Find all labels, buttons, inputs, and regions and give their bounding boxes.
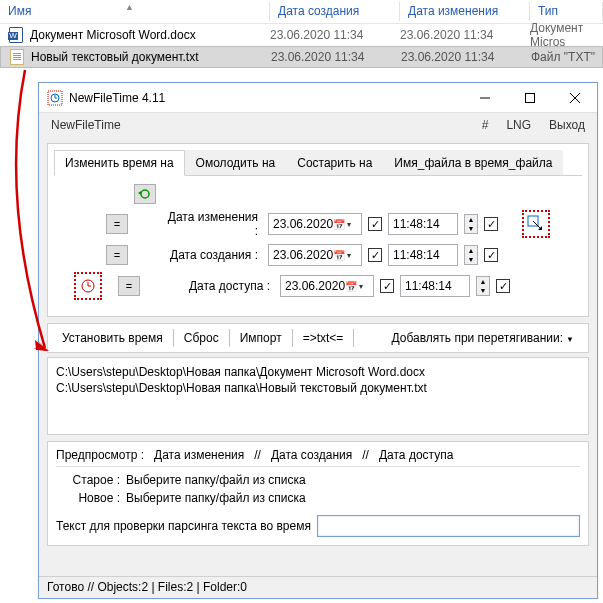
label-modified: Дата изменения : <box>162 210 262 238</box>
column-name[interactable]: Имя▲ <box>0 0 270 23</box>
refresh-button[interactable] <box>134 184 156 204</box>
time-created-input[interactable]: 11:48:14 <box>388 244 458 266</box>
status-bar: Готово // Objects:2 | Files:2 | Folder:0 <box>39 576 597 598</box>
time-modified-checkbox[interactable] <box>484 217 498 231</box>
menubar: NewFileTime # LNG Выход <box>39 113 597 137</box>
file-row[interactable]: Новый текстовый документ.txt 23.06.2020 … <box>0 46 603 68</box>
preview-col-created: Дата создания <box>271 448 352 462</box>
file-modified: 23.06.2020 11:34 <box>400 28 530 42</box>
time-accessed-input[interactable]: 11:48:14 <box>400 275 470 297</box>
menu-lng[interactable]: LNG <box>502 116 535 134</box>
time-accessed-checkbox[interactable] <box>496 279 510 293</box>
date-created-checkbox[interactable] <box>368 248 382 262</box>
parse-input[interactable] <box>317 515 580 537</box>
calendar-icon[interactable]: 📅 <box>345 281 359 292</box>
sort-arrow-icon: ▲ <box>125 2 134 12</box>
equal-button-modified[interactable]: = <box>106 214 128 234</box>
minimize-button[interactable] <box>462 83 507 113</box>
time-value: 11:48:14 <box>393 217 453 231</box>
column-name-label: Имя <box>8 4 31 18</box>
preview-col-accessed: Дата доступа <box>379 448 453 462</box>
menu-hash[interactable]: # <box>478 116 493 134</box>
label-accessed: Дата доступа : <box>174 279 274 293</box>
close-button[interactable] <box>552 83 597 113</box>
preview-header: Предпросмотр : Дата изменения // Дата со… <box>56 448 580 467</box>
file-list[interactable]: C:\Users\stepu\Desktop\Новая папка\Докум… <box>47 357 589 435</box>
dropdown-icon[interactable]: ▾ <box>359 282 369 291</box>
equal-button-created[interactable]: = <box>106 245 128 265</box>
titlebar[interactable]: NewFileTime 4.11 <box>39 83 597 113</box>
file-name: Документ Microsoft Word.docx <box>30 28 270 42</box>
import-button[interactable]: Импорт <box>232 328 290 348</box>
explorer-header: Имя▲ Дата создания Дата изменения Тип <box>0 0 603 24</box>
svg-point-9 <box>141 190 149 198</box>
time-modified-spinner[interactable]: ▲▼ <box>464 214 478 234</box>
time-created-spinner[interactable]: ▲▼ <box>464 245 478 265</box>
tab-content: = Дата изменения : 23.06.2020📅▾ 11:48:14… <box>54 176 582 310</box>
equal-button-accessed[interactable]: = <box>118 276 140 296</box>
maximize-button[interactable] <box>507 83 552 113</box>
file-type: Файл "TXT" <box>531 50 602 64</box>
file-modified: 23.06.2020 11:34 <box>401 50 531 64</box>
old-label: Старое : <box>56 473 126 487</box>
column-created[interactable]: Дата создания <box>270 0 400 23</box>
old-value: Выберите папку/файл из списка <box>126 473 306 487</box>
app-window: NewFileTime 4.11 NewFileTime # LNG Выход… <box>38 82 598 599</box>
calendar-icon[interactable]: 📅 <box>333 250 347 261</box>
preview-panel: Предпросмотр : Дата изменения // Дата со… <box>47 441 589 546</box>
preview-col-modified: Дата изменения <box>154 448 244 462</box>
file-name: Новый текстовый документ.txt <box>31 50 271 64</box>
action-bar: Установить время Сброс Импорт =>txt<= До… <box>47 323 589 353</box>
tabs: Изменить время на Омолодить на Состарить… <box>54 150 582 176</box>
column-type[interactable]: Тип <box>530 0 603 23</box>
file-created: 23.06.2020 11:34 <box>270 28 400 42</box>
menu-exit[interactable]: Выход <box>545 116 589 134</box>
file-created: 23.06.2020 11:34 <box>271 50 401 64</box>
new-label: Новое : <box>56 491 126 505</box>
calendar-icon[interactable]: 📅 <box>333 219 347 230</box>
txt-doc-icon <box>9 49 25 65</box>
list-item[interactable]: C:\Users\stepu\Desktop\Новая папка\Новый… <box>56 380 580 396</box>
tab-younger[interactable]: Омолодить на <box>185 150 287 175</box>
export-txt-button[interactable]: =>txt<= <box>295 328 352 348</box>
date-created-input[interactable]: 23.06.2020📅▾ <box>268 244 362 266</box>
app-icon <box>47 90 63 106</box>
date-value: 23.06.2020 <box>285 279 345 293</box>
date-value: 23.06.2020 <box>273 217 333 231</box>
reset-button[interactable]: Сброс <box>176 328 227 348</box>
date-accessed-checkbox[interactable] <box>380 279 394 293</box>
date-modified-input[interactable]: 23.06.2020📅▾ <box>268 213 362 235</box>
set-current-button[interactable] <box>74 272 102 300</box>
drag-add-dropdown[interactable]: Добавлять при перетягивании:▼ <box>384 328 583 348</box>
date-value: 23.06.2020 <box>273 248 333 262</box>
label-created: Дата создания : <box>162 248 262 262</box>
svg-rect-6 <box>525 93 534 102</box>
time-modified-input[interactable]: 11:48:14 <box>388 213 458 235</box>
pick-button[interactable] <box>522 210 550 238</box>
chevron-down-icon: ▼ <box>566 335 574 344</box>
parse-label: Текст для проверки парсинга текста во вр… <box>56 519 311 533</box>
tab-filename[interactable]: Имя_файла в время_файла <box>383 150 563 175</box>
tab-older[interactable]: Состарить на <box>286 150 383 175</box>
time-created-checkbox[interactable] <box>484 248 498 262</box>
list-item[interactable]: C:\Users\stepu\Desktop\Новая папка\Докум… <box>56 364 580 380</box>
preview-label: Предпросмотр <box>56 448 137 462</box>
time-accessed-spinner[interactable]: ▲▼ <box>476 276 490 296</box>
new-value: Выберите папку/файл из списка <box>126 491 306 505</box>
time-value: 11:48:14 <box>393 248 453 262</box>
file-type: Документ Micros <box>530 21 603 49</box>
word-doc-icon <box>8 27 24 43</box>
file-row[interactable]: Документ Microsoft Word.docx 23.06.2020 … <box>0 24 603 46</box>
tab-container: Изменить время на Омолодить на Состарить… <box>47 143 589 317</box>
column-modified[interactable]: Дата изменения <box>400 0 530 23</box>
tab-change-time[interactable]: Изменить время на <box>54 150 185 176</box>
dropdown-icon[interactable]: ▾ <box>347 220 357 229</box>
menu-app[interactable]: NewFileTime <box>47 116 125 134</box>
date-accessed-input[interactable]: 23.06.2020📅▾ <box>280 275 374 297</box>
set-time-button[interactable]: Установить время <box>54 328 171 348</box>
dropdown-icon[interactable]: ▾ <box>347 251 357 260</box>
time-value: 11:48:14 <box>405 279 465 293</box>
date-modified-checkbox[interactable] <box>368 217 382 231</box>
svg-marker-10 <box>138 191 141 195</box>
drag-label: Добавлять при перетягивании: <box>392 331 564 345</box>
